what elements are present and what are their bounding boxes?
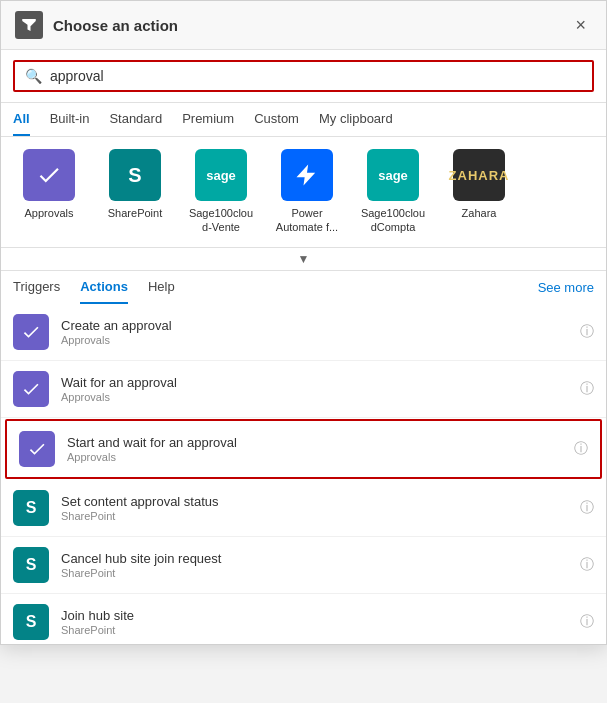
connector-label-sharepoint: SharePoint [108, 206, 162, 220]
svg-marker-0 [297, 165, 316, 186]
modal-choose-action: Choose an action × 🔍 All Built-in Standa… [0, 0, 607, 645]
action-start-wait-approval[interactable]: Start and wait for an approval Approvals… [5, 419, 602, 479]
action-text-create-approval: Create an approval Approvals [61, 318, 572, 346]
action-set-content-approval[interactable]: S Set content approval status SharePoint… [1, 480, 606, 537]
action-subtitle-cancel-hub: SharePoint [61, 567, 572, 579]
action-icon-cancel-hub: S [13, 547, 49, 583]
action-icon-start-wait-approval [19, 431, 55, 467]
connector-approvals[interactable]: Approvals [13, 149, 85, 220]
search-box: 🔍 [13, 60, 594, 92]
actions-list: Create an approval Approvals ⓘ Wait for … [1, 304, 606, 644]
connector-icon-sage1: sage [195, 149, 247, 201]
connector-label-powerautomate: Power Automate f... [271, 206, 343, 235]
modal-header-icon [15, 11, 43, 39]
tab-premium[interactable]: Premium [182, 103, 234, 136]
action-title-set-content: Set content approval status [61, 494, 572, 509]
sub-tab-help[interactable]: Help [148, 271, 175, 304]
close-button[interactable]: × [569, 14, 592, 36]
info-icon-start-wait-approval[interactable]: ⓘ [574, 440, 588, 458]
action-title-join-hub: Join hub site [61, 608, 572, 623]
connector-label-sage1: Sage100clou d-Vente [185, 206, 257, 235]
action-text-wait-approval: Wait for an approval Approvals [61, 375, 572, 403]
action-icon-set-content: S [13, 490, 49, 526]
connector-icon-powerautomate [281, 149, 333, 201]
action-join-hub[interactable]: S Join hub site SharePoint ⓘ [1, 594, 606, 644]
connector-icon-approvals [23, 149, 75, 201]
action-subtitle-create-approval: Approvals [61, 334, 572, 346]
search-icon: 🔍 [25, 68, 42, 84]
tab-builtin[interactable]: Built-in [50, 103, 90, 136]
modal-title: Choose an action [53, 17, 569, 34]
tab-all[interactable]: All [13, 103, 30, 136]
action-subtitle-set-content: SharePoint [61, 510, 572, 522]
filter-icon [20, 16, 38, 34]
action-title-cancel-hub: Cancel hub site join request [61, 551, 572, 566]
info-icon-create-approval[interactable]: ⓘ [580, 323, 594, 341]
action-text-cancel-hub: Cancel hub site join request SharePoint [61, 551, 572, 579]
action-create-approval[interactable]: Create an approval Approvals ⓘ [1, 304, 606, 361]
connector-powerautomate[interactable]: Power Automate f... [271, 149, 343, 235]
action-title-start-wait-approval: Start and wait for an approval [67, 435, 566, 450]
action-title-wait-approval: Wait for an approval [61, 375, 572, 390]
connector-label-zahara: Zahara [462, 206, 497, 220]
connector-icon-zahara: ZAHARA [453, 149, 505, 201]
main-tabs: All Built-in Standard Premium Custom My … [1, 103, 606, 137]
action-title-create-approval: Create an approval [61, 318, 572, 333]
action-icon-create-approval [13, 314, 49, 350]
see-more-link[interactable]: See more [538, 280, 594, 295]
tab-custom[interactable]: Custom [254, 103, 299, 136]
connector-sage2[interactable]: sage Sage100clou dCompta [357, 149, 429, 235]
collapse-row[interactable]: ▼ [1, 248, 606, 271]
action-icon-join-hub: S [13, 604, 49, 640]
action-subtitle-wait-approval: Approvals [61, 391, 572, 403]
action-text-join-hub: Join hub site SharePoint [61, 608, 572, 636]
action-text-set-content: Set content approval status SharePoint [61, 494, 572, 522]
action-subtitle-join-hub: SharePoint [61, 624, 572, 636]
action-subtitle-start-wait-approval: Approvals [67, 451, 566, 463]
info-icon-join-hub[interactable]: ⓘ [580, 613, 594, 631]
search-input[interactable] [50, 68, 582, 84]
info-icon-wait-approval[interactable]: ⓘ [580, 380, 594, 398]
action-wait-approval[interactable]: Wait for an approval Approvals ⓘ [1, 361, 606, 418]
connector-zahara[interactable]: ZAHARA Zahara [443, 149, 515, 220]
sub-tab-triggers[interactable]: Triggers [13, 271, 60, 304]
connector-label-sage2: Sage100clou dCompta [357, 206, 429, 235]
connector-icon-sage2: sage [367, 149, 419, 201]
modal-header: Choose an action × [1, 1, 606, 50]
collapse-arrow-icon: ▼ [298, 252, 310, 266]
connector-sharepoint[interactable]: S SharePoint [99, 149, 171, 220]
action-cancel-hub[interactable]: S Cancel hub site join request SharePoin… [1, 537, 606, 594]
action-icon-wait-approval [13, 371, 49, 407]
tab-standard[interactable]: Standard [109, 103, 162, 136]
tab-clipboard[interactable]: My clipboard [319, 103, 393, 136]
connector-sage1[interactable]: sage Sage100clou d-Vente [185, 149, 257, 235]
search-container: 🔍 [1, 50, 606, 103]
connectors-grid: Approvals S SharePoint sage Sage100clou … [13, 149, 594, 235]
sub-tabs: Triggers Actions Help See more [1, 271, 606, 304]
connector-icon-sharepoint: S [109, 149, 161, 201]
action-text-start-wait-approval: Start and wait for an approval Approvals [67, 435, 566, 463]
info-icon-cancel-hub[interactable]: ⓘ [580, 556, 594, 574]
connector-label-approvals: Approvals [25, 206, 74, 220]
sub-tab-actions[interactable]: Actions [80, 271, 128, 304]
info-icon-set-content[interactable]: ⓘ [580, 499, 594, 517]
connectors-area: Approvals S SharePoint sage Sage100clou … [1, 137, 606, 248]
